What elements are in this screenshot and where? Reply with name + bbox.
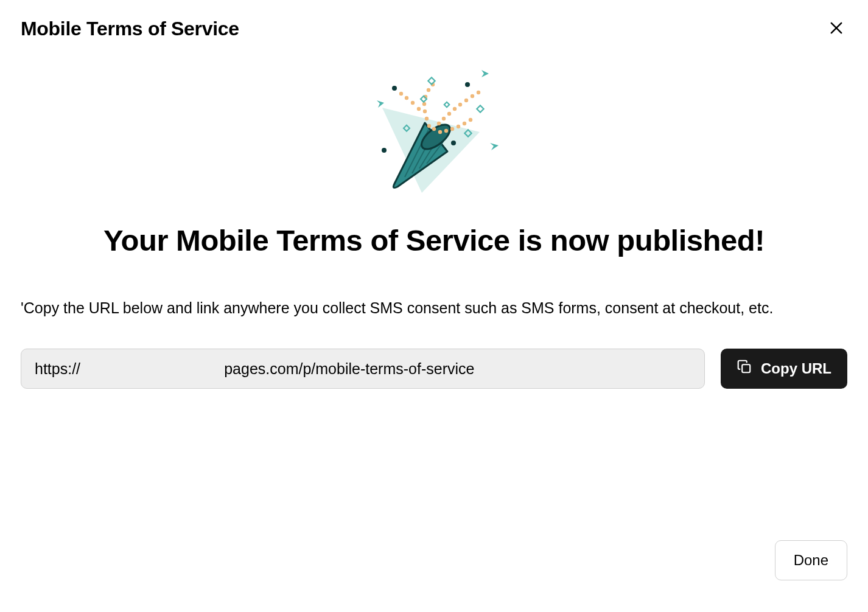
url-row: Copy URL — [21, 349, 847, 389]
modal-content: Your Mobile Terms of Service is now publ… — [0, 65, 868, 389]
url-input[interactable] — [21, 349, 705, 389]
svg-point-25 — [444, 129, 448, 133]
illustration-wrapper — [21, 65, 847, 199]
close-button[interactable] — [825, 17, 847, 41]
celebration-illustration — [361, 65, 507, 199]
modal-title: Mobile Terms of Service — [21, 18, 239, 40]
svg-point-26 — [450, 127, 454, 131]
copy-url-label: Copy URL — [761, 360, 831, 377]
svg-point-13 — [458, 103, 462, 106]
svg-point-27 — [457, 125, 460, 128]
svg-rect-47 — [742, 364, 750, 372]
svg-point-37 — [451, 141, 456, 145]
svg-point-19 — [423, 110, 427, 113]
svg-point-15 — [471, 94, 474, 98]
svg-point-22 — [427, 88, 430, 92]
done-button[interactable]: Done — [775, 540, 847, 580]
svg-marker-45 — [377, 100, 384, 108]
svg-point-30 — [417, 107, 421, 111]
svg-point-35 — [465, 82, 470, 87]
svg-point-18 — [425, 117, 429, 120]
svg-point-16 — [477, 91, 480, 94]
svg-marker-44 — [481, 70, 489, 77]
svg-point-10 — [442, 117, 446, 120]
svg-rect-43 — [444, 102, 449, 107]
svg-point-29 — [469, 118, 472, 122]
modal-footer: Done — [775, 540, 847, 580]
published-headline: Your Mobile Terms of Service is now publ… — [21, 223, 847, 257]
svg-point-34 — [392, 86, 397, 91]
svg-point-14 — [464, 99, 468, 102]
svg-point-8 — [432, 127, 436, 131]
svg-point-9 — [437, 122, 441, 125]
svg-point-24 — [438, 130, 442, 134]
published-description: 'Copy the URL below and link anywhere yo… — [21, 296, 847, 319]
svg-point-32 — [405, 96, 408, 100]
svg-marker-46 — [490, 143, 499, 150]
svg-point-36 — [382, 148, 387, 153]
svg-point-31 — [411, 101, 415, 105]
svg-point-17 — [427, 124, 431, 128]
svg-point-20 — [422, 102, 426, 106]
svg-point-11 — [447, 112, 451, 116]
copy-url-button[interactable]: Copy URL — [721, 349, 847, 389]
svg-point-28 — [463, 122, 466, 125]
close-icon — [828, 19, 845, 38]
svg-point-12 — [453, 107, 457, 111]
svg-point-33 — [399, 92, 403, 96]
svg-rect-39 — [477, 105, 483, 112]
modal-header: Mobile Terms of Service — [0, 0, 868, 41]
copy-icon — [737, 359, 752, 378]
